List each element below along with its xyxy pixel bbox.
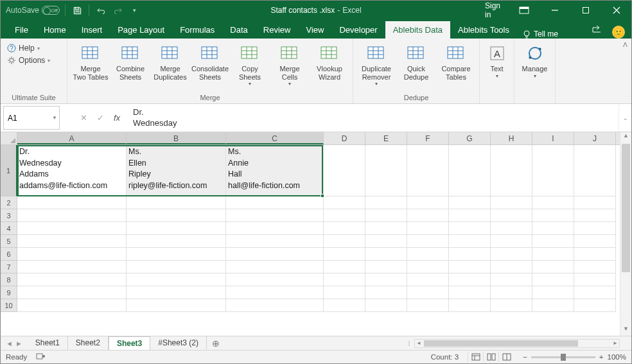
sheet-nav-prev-icon[interactable]: ◄ <box>6 340 13 347</box>
tab-insert[interactable]: Insert <box>74 21 110 39</box>
sheet-tab-Sheet1[interactable]: Sheet1 <box>28 336 68 351</box>
cell-J8[interactable] <box>574 273 616 286</box>
tab-page-layout[interactable]: Page Layout <box>110 21 172 39</box>
cell-I7[interactable] <box>532 261 574 273</box>
cell-E3[interactable] <box>365 209 407 222</box>
ribbon-display-options-icon[interactable] <box>509 1 539 20</box>
cell-G3[interactable] <box>449 209 491 222</box>
cell-E9[interactable] <box>365 286 407 299</box>
merge-btn-4[interactable]: CopySheets▾ <box>231 41 269 87</box>
select-all-corner[interactable] <box>1 132 17 144</box>
cell-A2[interactable] <box>17 196 127 209</box>
cell-E5[interactable] <box>365 235 407 248</box>
tab-ablebits-data[interactable]: Ablebits Data <box>385 21 450 39</box>
cell-E2[interactable] <box>365 196 407 209</box>
insert-function-icon[interactable]: fx <box>109 110 125 126</box>
cell-F6[interactable] <box>407 248 449 261</box>
cell-C4[interactable] <box>226 222 324 235</box>
vscroll-thumb[interactable] <box>622 144 630 272</box>
cell-B4[interactable] <box>127 222 226 235</box>
col-header-C[interactable]: C <box>226 132 324 144</box>
row-header-2[interactable]: 2 <box>1 196 17 209</box>
maximize-icon[interactable] <box>571 1 601 20</box>
sheet-tab-#Sheet3 (2)[interactable]: #Sheet3 (2) <box>150 336 207 351</box>
page-break-view-icon[interactable] <box>498 352 514 362</box>
cell-C8[interactable] <box>226 273 324 286</box>
cell-G2[interactable] <box>449 196 491 209</box>
name-box[interactable]: A1▼ <box>3 106 60 130</box>
close-icon[interactable] <box>602 1 631 20</box>
row-header-9[interactable]: 9 <box>1 286 17 299</box>
cell-J10[interactable] <box>574 299 616 312</box>
col-header-A[interactable]: A <box>17 132 127 144</box>
cell-I9[interactable] <box>532 286 574 299</box>
cell-J2[interactable] <box>574 196 616 209</box>
cell-H10[interactable] <box>491 299 532 312</box>
col-header-H[interactable]: H <box>491 132 532 144</box>
scroll-up-icon[interactable]: ▲ <box>620 132 631 143</box>
merge-btn-2[interactable]: MergeDuplicates <box>151 41 189 81</box>
cell-C5[interactable] <box>226 235 324 248</box>
merge-btn-3[interactable]: ConsolidateSheets <box>191 41 229 81</box>
cell-D1[interactable] <box>324 145 365 196</box>
spreadsheet-grid[interactable]: ABCDEFGHIJ 1Dr. Wednesday Addams addams@… <box>1 132 631 336</box>
cell-G8[interactable] <box>449 273 491 286</box>
minimize-icon[interactable] <box>540 1 570 20</box>
cell-B5[interactable] <box>127 235 226 248</box>
row-header-8[interactable]: 8 <box>1 273 17 286</box>
tab-ablebits-tools[interactable]: Ablebits Tools <box>450 21 517 39</box>
fill-handle[interactable] <box>320 194 324 198</box>
row-header-5[interactable]: 5 <box>1 235 17 248</box>
cell-F3[interactable] <box>407 209 449 222</box>
scroll-down-icon[interactable]: ▼ <box>620 325 631 336</box>
cancel-formula-icon[interactable]: ✕ <box>75 110 92 126</box>
cell-J1[interactable] <box>574 145 616 196</box>
formula-input[interactable]: Dr. Wednesday <box>129 104 619 132</box>
zoom-level[interactable]: 100% <box>608 353 626 361</box>
page-layout-view-icon[interactable] <box>483 352 498 362</box>
tab-data[interactable]: Data <box>222 21 255 39</box>
expand-formula-bar-icon[interactable]: ⌄ <box>619 104 631 132</box>
cell-I4[interactable] <box>532 222 574 235</box>
row-header-10[interactable]: 10 <box>1 299 17 312</box>
row-header-3[interactable]: 3 <box>1 209 17 222</box>
tab-view[interactable]: View <box>298 21 331 39</box>
cell-C7[interactable] <box>226 261 324 273</box>
zoom-slider[interactable] <box>531 356 595 358</box>
zoom-out-button[interactable]: − <box>523 353 527 361</box>
cell-D5[interactable] <box>324 235 365 248</box>
cell-G4[interactable] <box>449 222 491 235</box>
cell-B9[interactable] <box>127 286 226 299</box>
cell-I6[interactable] <box>532 248 574 261</box>
cell-B3[interactable] <box>127 209 226 222</box>
row-header-7[interactable]: 7 <box>1 261 17 273</box>
tab-file[interactable]: File <box>7 21 36 39</box>
cell-I5[interactable] <box>532 235 574 248</box>
cell-E7[interactable] <box>365 261 407 273</box>
cell-F2[interactable] <box>407 196 449 209</box>
tab-formulas[interactable]: Formulas <box>172 21 222 39</box>
dedupe-btn-0[interactable]: DuplicateRemover▾ <box>357 41 396 87</box>
tab-split-handle[interactable]: ⁞ <box>408 339 410 348</box>
cell-J6[interactable] <box>574 248 616 261</box>
cell-D10[interactable] <box>324 299 365 312</box>
cell-H7[interactable] <box>491 261 532 273</box>
text-button[interactable]: A Text ▾ <box>484 41 510 79</box>
cell-D9[interactable] <box>324 286 365 299</box>
dedupe-btn-1[interactable]: QuickDedupe <box>397 41 435 81</box>
enter-formula-icon[interactable]: ✓ <box>92 110 109 126</box>
cell-A5[interactable] <box>17 235 127 248</box>
save-icon[interactable] <box>71 4 83 17</box>
sheet-tab-Sheet3[interactable]: Sheet3 <box>109 336 150 351</box>
share-icon[interactable] <box>584 20 610 39</box>
cell-F7[interactable] <box>407 261 449 273</box>
col-header-I[interactable]: I <box>532 132 574 144</box>
cell-G6[interactable] <box>449 248 491 261</box>
cell-F1[interactable] <box>407 145 449 196</box>
scroll-left-icon[interactable]: ◄ <box>415 340 423 347</box>
cell-B7[interactable] <box>127 261 226 273</box>
redo-icon[interactable] <box>111 4 124 17</box>
cell-A8[interactable] <box>17 273 127 286</box>
cell-B2[interactable] <box>127 196 226 209</box>
merge-btn-6[interactable]: VlookupWizard <box>310 41 349 81</box>
